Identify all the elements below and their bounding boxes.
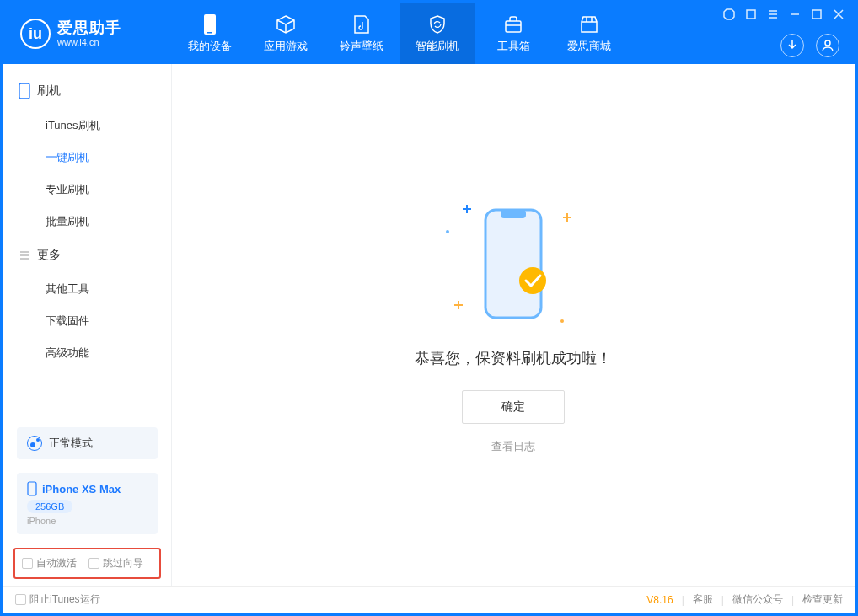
- footer-check-update[interactable]: 检查更新: [802, 592, 843, 607]
- svg-rect-2: [506, 21, 521, 32]
- device-storage: 256GB: [27, 500, 72, 513]
- logo[interactable]: iu 爱思助手 www.i4.cn: [3, 3, 172, 64]
- sidebar-item-pro-flash[interactable]: 专业刷机: [3, 174, 171, 206]
- checkbox-skip-guide[interactable]: 跳过向导: [88, 556, 143, 570]
- sidebar-item-other-tools[interactable]: 其他工具: [3, 273, 171, 305]
- theme-icon[interactable]: [723, 8, 735, 20]
- svg-rect-3: [747, 10, 755, 19]
- checkbox-auto-activate[interactable]: 自动激活: [22, 556, 77, 570]
- cube-icon: [275, 13, 297, 35]
- maximize-icon[interactable]: [811, 8, 823, 20]
- nav-smart-flash[interactable]: 智能刷机: [400, 3, 475, 64]
- nav-ringtones[interactable]: 铃声壁纸: [324, 3, 400, 64]
- nav-label: 铃声壁纸: [340, 39, 383, 54]
- nav-label: 应用游戏: [264, 39, 308, 54]
- app-title: 爱思助手: [57, 20, 121, 37]
- section-label: 刷机: [37, 83, 61, 99]
- section-label: 更多: [37, 248, 61, 263]
- shield-refresh-icon: [426, 13, 448, 35]
- list-icon: [19, 249, 30, 261]
- view-log-link[interactable]: 查看日志: [491, 439, 535, 454]
- svg-rect-1: [207, 32, 212, 34]
- checkbox-label: 自动激活: [36, 556, 77, 570]
- nav-label: 智能刷机: [416, 39, 459, 54]
- nav-label: 爱思商城: [567, 39, 611, 54]
- header: iu 爱思助手 www.i4.cn 我的设备 应用游戏: [3, 3, 855, 64]
- app-logo-icon: iu: [20, 19, 51, 49]
- download-icon[interactable]: [780, 34, 804, 57]
- checkbox-icon: [88, 558, 99, 569]
- device-name: iPhone XS Max: [42, 483, 121, 495]
- sidebar-item-download-fw[interactable]: 下载固件: [3, 305, 171, 337]
- minimize-icon[interactable]: [789, 8, 801, 20]
- user-icon[interactable]: [816, 34, 839, 57]
- device-info-box[interactable]: iPhone XS Max 256GB iPhone: [17, 473, 158, 534]
- checkbox-icon: [22, 558, 33, 569]
- options-highlight-box: 自动激活 跳过向导: [13, 548, 161, 579]
- menu-icon[interactable]: [767, 8, 779, 20]
- svg-point-5: [825, 40, 830, 46]
- checkbox-block-itunes[interactable]: 阻止iTunes运行: [15, 592, 100, 607]
- svg-rect-4: [812, 10, 821, 19]
- sidebar-item-itunes-flash[interactable]: iTunes刷机: [3, 110, 171, 142]
- close-icon[interactable]: [833, 8, 845, 20]
- svg-rect-9: [501, 210, 526, 218]
- skin-icon[interactable]: [745, 8, 757, 20]
- sidebar-section-flash: 刷机: [3, 72, 171, 110]
- svg-rect-7: [28, 482, 36, 495]
- success-illustration: [429, 196, 598, 331]
- nav-store[interactable]: 爱思商城: [551, 3, 627, 64]
- mode-label: 正常模式: [49, 436, 93, 451]
- phone-success-icon: [475, 205, 551, 323]
- app-subtitle: www.i4.cn: [57, 37, 121, 47]
- sidebar-item-one-click-flash[interactable]: 一键刷机: [3, 142, 171, 174]
- device-icon: [199, 13, 221, 35]
- device-mode-box[interactable]: 正常模式: [17, 427, 158, 459]
- footer-wechat[interactable]: 微信公众号: [732, 592, 783, 607]
- sidebar-item-advanced[interactable]: 高级功能: [3, 337, 171, 369]
- checkbox-label: 阻止iTunes运行: [29, 592, 100, 607]
- success-message: 恭喜您，保资料刷机成功啦！: [415, 348, 612, 368]
- nav-label: 工具箱: [497, 39, 530, 54]
- main-content: 恭喜您，保资料刷机成功啦！ 确定 查看日志: [172, 64, 855, 586]
- window-controls: [723, 8, 845, 20]
- version-label: V8.16: [646, 594, 673, 606]
- ok-button[interactable]: 确定: [462, 390, 565, 424]
- sidebar: 刷机 iTunes刷机 一键刷机 专业刷机 批量刷机 更多 其他工具 下载固件 …: [3, 64, 172, 586]
- svg-point-10: [519, 267, 546, 294]
- nav-apps-games[interactable]: 应用游戏: [248, 3, 324, 64]
- device-type: iPhone: [27, 516, 147, 526]
- nav-label: 我的设备: [188, 39, 232, 54]
- svg-rect-8: [485, 210, 541, 318]
- sidebar-section-more: 更多: [3, 238, 171, 273]
- sidebar-item-batch-flash[interactable]: 批量刷机: [3, 206, 171, 238]
- mode-icon: [27, 436, 42, 451]
- phone-small-icon: [19, 83, 30, 99]
- toolbox-icon: [502, 13, 524, 35]
- footer: 阻止iTunes运行 V8.16 | 客服 | 微信公众号 | 检查更新: [3, 586, 855, 613]
- svg-rect-0: [204, 14, 216, 35]
- store-icon: [578, 13, 600, 35]
- checkbox-label: 跳过向导: [103, 556, 143, 570]
- nav-my-device[interactable]: 我的设备: [172, 3, 248, 64]
- footer-support[interactable]: 客服: [693, 592, 713, 607]
- header-right: [780, 34, 839, 57]
- nav-toolbox[interactable]: 工具箱: [475, 3, 551, 64]
- phone-tiny-icon: [27, 481, 37, 496]
- svg-rect-6: [19, 83, 29, 99]
- music-file-icon: [351, 13, 373, 35]
- checkbox-icon: [15, 594, 26, 605]
